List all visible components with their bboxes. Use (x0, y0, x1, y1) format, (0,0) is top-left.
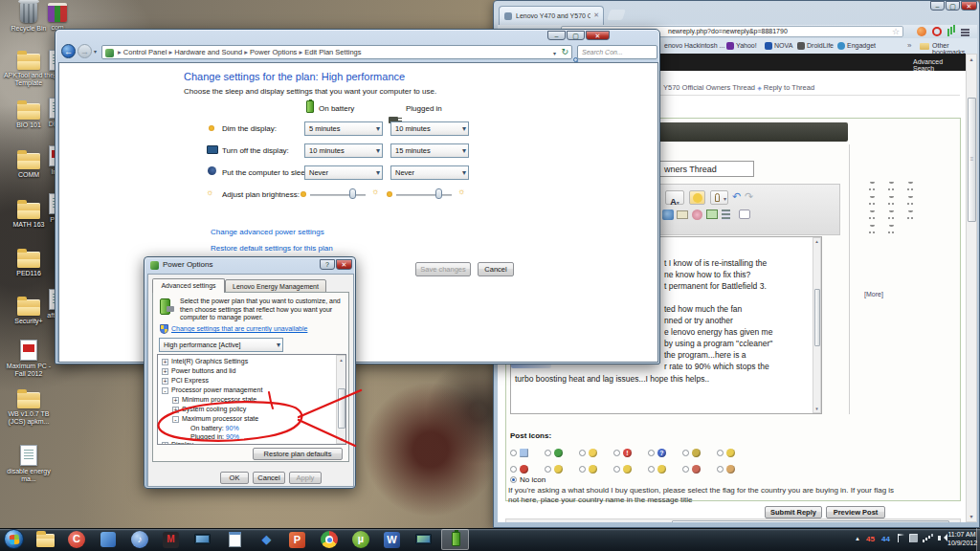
new-tab-button[interactable] (607, 10, 626, 20)
history-dropdown-icon[interactable]: ▾ (94, 48, 97, 55)
insert-link-icon[interactable] (662, 209, 674, 220)
horizontal-scrollbar[interactable]: ◂ ≡ ▸ (505, 518, 961, 522)
tree-scrollbar[interactable]: ▴ ▾ (336, 355, 346, 444)
taskbar-itunes[interactable]: ♪ (131, 531, 149, 549)
turnoff-plugged-dropdown[interactable]: 15 minutes (390, 143, 469, 158)
breadcrumb-item-hardware-and-sound[interactable]: Hardware and Sound (174, 48, 242, 56)
maximize-button[interactable]: ▢ (946, 1, 960, 11)
brightness-plugged-slider-thumb[interactable] (435, 188, 442, 199)
bookmark-item[interactable]: Engadget (847, 42, 876, 49)
scroll-down-icon[interactable]: ▾ (337, 435, 345, 443)
radio-selected-icon[interactable] (510, 476, 517, 483)
post-icon-option[interactable] (613, 460, 632, 477)
taskbar-blue-cube-app[interactable] (100, 531, 118, 549)
textarea-scrollbar[interactable]: ▴ ▾ (813, 237, 821, 413)
taskbar-notepad[interactable] (226, 531, 244, 549)
tree-item[interactable]: On battery: 90% (190, 425, 239, 431)
close-button[interactable]: ✕ (336, 259, 352, 270)
radio-icon[interactable] (579, 450, 586, 456)
radio-icon[interactable] (613, 450, 620, 456)
close-button[interactable]: ✕ (586, 31, 610, 40)
coretemp-red-value[interactable]: 45 (866, 535, 875, 543)
plugged-in-value[interactable]: 90% (226, 433, 239, 440)
radio-icon[interactable] (682, 450, 689, 456)
undo-icon[interactable]: ↶ (732, 190, 741, 203)
taskbar-media-m-app[interactable]: M (163, 531, 181, 549)
taskbar-windows-explorer[interactable] (36, 531, 55, 549)
radio-icon[interactable] (717, 466, 724, 473)
radio-icon[interactable] (717, 450, 724, 456)
bookmark-item[interactable]: DroidLife (807, 42, 834, 49)
tree-item[interactable]: Power buttons and lid (171, 367, 235, 374)
minimize-button[interactable]: – (547, 31, 566, 40)
expander-icon[interactable]: + (162, 368, 168, 375)
radio-icon[interactable] (648, 466, 655, 473)
maximize-button[interactable]: ▢ (567, 31, 585, 40)
tree-item[interactable]: Maximum processor state (182, 415, 258, 422)
browser-tab[interactable]: Lenovo Y470 and Y570 Off ✕ (499, 6, 604, 25)
post-icon-option[interactable] (579, 444, 597, 461)
radio-icon[interactable] (682, 466, 689, 473)
tab-close-icon[interactable]: ✕ (593, 11, 599, 19)
red-ring-extension-icon[interactable] (932, 27, 942, 36)
desktop-icon-maximum-pc[interactable]: Maximum PC - Fall 2012 (2, 340, 56, 377)
brightness-plugged-slider[interactable] (396, 194, 452, 196)
taskbar-lenovo-energy-management[interactable] (447, 531, 465, 549)
tab-lenovo-energy-management[interactable]: Lenovo Energy Management (225, 279, 326, 293)
address-bar[interactable]: ▸ Control Panel ▸ Hardware and Sound ▸ P… (101, 45, 572, 59)
post-icon-option[interactable] (545, 444, 563, 461)
brightness-battery-slider-thumb[interactable] (349, 188, 356, 199)
tree-item[interactable]: Plugged in: 90% (190, 433, 239, 440)
expander-icon[interactable]: + (162, 442, 168, 445)
expander-icon[interactable]: - (172, 416, 179, 423)
breadcrumb-item-control-panel[interactable]: Control Panel (123, 48, 167, 56)
power-plan-combo[interactable]: High performance [Active] (159, 338, 283, 352)
taskbar-utorrent[interactable]: µ (352, 531, 370, 549)
expander-icon[interactable]: + (172, 397, 179, 404)
vertical-scrollbar-thumb[interactable]: ≡ (968, 98, 976, 222)
settings-tree[interactable]: + Intel(R) Graphics Settings + Power but… (157, 354, 346, 445)
bookmark-star-icon[interactable]: ☆ (892, 27, 900, 36)
post-icon-option[interactable] (717, 444, 735, 461)
start-button[interactable] (4, 529, 24, 549)
scroll-left-icon[interactable]: ◂ (507, 520, 510, 522)
post-icon-option[interactable] (648, 460, 666, 477)
breadcrumb-item-edit-plan-settings[interactable]: Edit Plan Settings (304, 48, 361, 56)
bookmarks-overflow-chevron[interactable]: » (907, 41, 911, 50)
attachment-button[interactable]: ▾ (710, 190, 728, 205)
post-icon-option[interactable] (717, 460, 735, 477)
expander-icon[interactable]: + (162, 359, 168, 365)
bookmark-item[interactable]: Yahoo! (736, 42, 757, 49)
forward-button[interactable]: → (78, 44, 92, 58)
restore-plan-defaults-button[interactable]: Restore plan defaults (253, 448, 343, 460)
post-icon-option[interactable] (545, 460, 563, 477)
search-box[interactable]: Search Con... (577, 45, 657, 59)
coretemp-blue-value[interactable]: 44 (881, 535, 890, 543)
tree-item[interactable]: Intel(R) Graphics Settings (171, 358, 248, 364)
post-icon-option[interactable]: ! (613, 444, 632, 461)
taskbar-dropbox[interactable]: ◆ (257, 531, 276, 549)
orange-circle-extension-icon[interactable] (917, 27, 926, 36)
expander-icon[interactable]: - (162, 387, 168, 394)
taskbar-chrome[interactable] (321, 531, 339, 549)
expander-icon[interactable]: + (172, 407, 179, 413)
post-icon-option[interactable] (510, 444, 528, 461)
radio-icon[interactable] (579, 466, 586, 473)
ok-button[interactable]: OK (220, 472, 249, 484)
no-icon-option[interactable]: No icon (510, 475, 546, 484)
post-icon-option[interactable] (579, 460, 597, 477)
sleep-plugged-dropdown[interactable]: Never (390, 165, 469, 180)
clock[interactable]: 11:07 AM 10/9/2012 (947, 530, 976, 549)
scroll-up-icon[interactable]: ▴ (337, 356, 345, 364)
brightness-battery-slider[interactable] (310, 194, 366, 196)
scroll-down-icon[interactable]: ▾ (967, 512, 976, 521)
radio-icon[interactable] (545, 450, 551, 456)
horizontal-scrollbar-thumb[interactable]: ≡ (672, 520, 949, 522)
taskbar-ccleaner[interactable]: C (68, 531, 86, 549)
taskbar-display-settings[interactable] (415, 531, 434, 549)
tree-item[interactable]: Display (171, 441, 193, 445)
minimize-button[interactable]: – (930, 1, 945, 11)
tree-scrollbar-thumb[interactable] (338, 388, 345, 429)
breadcrumb-prev[interactable]: Y570 Official Owners Thread (663, 83, 755, 92)
desktop-icon-disable-energy[interactable]: disable energy ma... (2, 445, 56, 482)
